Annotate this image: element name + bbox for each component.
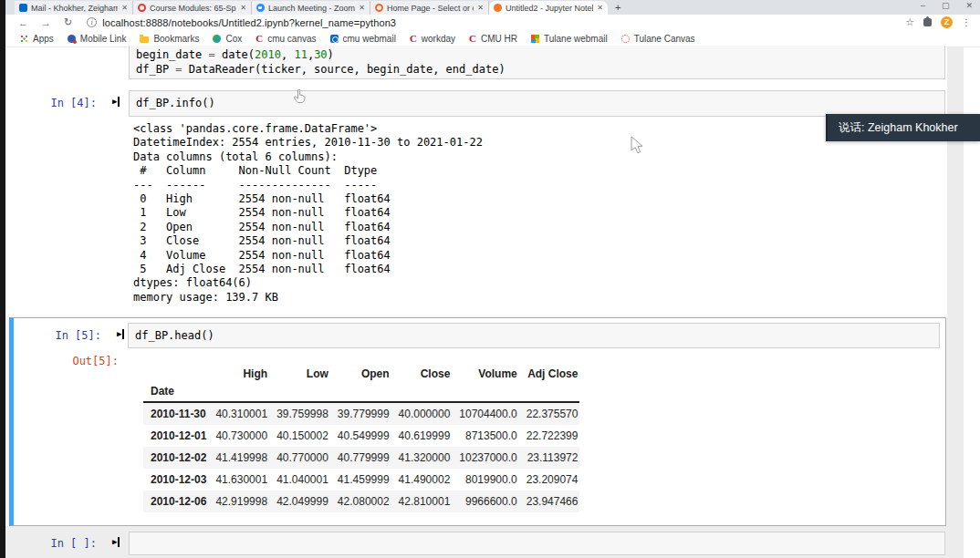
row-index: 2010-12-01 — [143, 425, 208, 447]
run-cell-icon[interactable]: ▶ — [112, 97, 120, 107]
bookmark-item[interactable]: Apps — [20, 34, 54, 44]
back-icon[interactable]: ← — [18, 17, 28, 28]
tab-title: Mail - Khokher, Zeigham - Outlo — [31, 4, 118, 13]
code-cell-empty[interactable] — [129, 532, 945, 555]
forward-icon[interactable]: → — [41, 17, 51, 28]
extensions-icon[interactable] — [923, 18, 932, 26]
red-c-icon: C — [410, 35, 417, 43]
table-row: 2010-12-0241.41999840.77000040.77999941.… — [143, 447, 579, 469]
cell-value: 39.759998 — [269, 402, 330, 425]
code-cell-top[interactable]: begin_date = date(2010, 11,30)df_BP = Da… — [129, 46, 945, 79]
bookmark-label: Mobile Link — [80, 34, 127, 44]
cell-value: 41.459999 — [330, 469, 391, 491]
cell-value: 40.000000 — [391, 402, 453, 425]
code-cell-5[interactable]: df_BP.head() — [128, 323, 940, 348]
bookmark-star-icon[interactable]: ☆ — [905, 16, 914, 28]
cell-value: 22.375570 — [519, 402, 580, 425]
bookmark-item[interactable]: Cworkday — [410, 34, 455, 44]
minimize-icon[interactable]: – — [921, 1, 925, 10]
bookmark-item[interactable]: Tulane Canvas — [621, 34, 695, 44]
column-header: Close — [391, 364, 453, 383]
cell-value: 23.947466 — [519, 491, 580, 512]
tab-close-icon[interactable]: ✕ — [597, 4, 603, 12]
new-tab-button[interactable]: + — [615, 1, 620, 15]
mobile-link-icon — [68, 35, 76, 43]
cell-value: 10237000.0 — [452, 447, 518, 469]
bookmark-item[interactable]: Tulane webmail — [531, 34, 608, 44]
bookmark-item[interactable]: Cox — [213, 34, 242, 44]
site-info-icon[interactable]: i — [87, 17, 97, 27]
bookmark-label: Cox — [225, 34, 242, 44]
address-bar: ← → ↻ i localhost:8888/notebooks/Untitle… — [5, 15, 980, 30]
cell-value: 42.810001 — [391, 491, 453, 512]
red-c-icon: C — [469, 35, 476, 43]
row-index: 2010-12-06 — [143, 491, 208, 512]
bookmark-label: workday — [422, 34, 455, 44]
bookmark-label: cmu webmail — [343, 34, 396, 44]
input-prompt-5: In [5]: — [10, 329, 101, 342]
cell-4-output: <class 'pandas.core.frame.DataFrame'> Da… — [133, 122, 483, 305]
tab-close-icon[interactable]: ✕ — [121, 4, 128, 12]
red-c-icon: C — [255, 35, 263, 43]
hand-cursor — [294, 89, 307, 105]
canvas-orange-favicon-icon — [375, 4, 383, 12]
window-controls: – ▢ ✕ — [921, 1, 973, 10]
apps-grid-icon — [20, 35, 28, 43]
bookmark-label: Bookmarks — [153, 34, 199, 44]
bookmark-label: Tulane Canvas — [634, 34, 695, 44]
tab-title: Home Page - Select or create a r — [387, 4, 474, 13]
tab-close-icon[interactable]: ✕ — [359, 4, 365, 12]
input-prompt-empty: In [ ]: — [5, 537, 97, 550]
bookmark-item[interactable]: Bookmarks — [140, 34, 199, 44]
outlook-small-icon — [330, 35, 339, 43]
browser-tab[interactable]: Launch Meeting - Zoom✕ — [252, 1, 370, 15]
bookmark-label: cmu canvas — [267, 34, 316, 44]
tabs-holder: Mail - Khokher, Zeigham - Outlo✕Course M… — [15, 1, 608, 15]
browser-tab[interactable]: Home Page - Select or create a r✕ — [370, 1, 489, 15]
outlook-favicon-icon — [19, 4, 27, 12]
code-text: df_BP.info() — [130, 91, 944, 116]
zoom-speaker-caption: 说话: Zeigham Khokher — [826, 114, 980, 141]
bookmark-label: CMU HR — [481, 34, 517, 44]
browser-tab[interactable]: Course Modules: 65-Sp21- Adv E✕ — [133, 1, 252, 15]
canvas-ring-icon — [621, 35, 630, 43]
bookmark-label: Apps — [33, 34, 54, 44]
tab-title: Launch Meeting - Zoom — [268, 4, 355, 13]
maximize-icon[interactable]: ▢ — [942, 1, 950, 10]
browser-tab[interactable]: Untitled2 - Jupyter Notebook✕ — [489, 1, 608, 15]
reload-icon[interactable]: ↻ — [64, 16, 72, 28]
code-line: df_BP = DataReader(ticker, source, begin… — [130, 62, 944, 77]
code-cell-4[interactable]: df_BP.info() — [129, 90, 945, 117]
tab-title: Untitled2 - Jupyter Notebook — [506, 4, 593, 13]
column-header: High — [208, 364, 269, 383]
cell-value: 39.779999 — [330, 402, 391, 425]
url-input[interactable]: localhost:8888/notebooks/Untitled2.ipynb… — [102, 17, 396, 28]
bookmark-item[interactable]: CCMU HR — [469, 34, 517, 44]
bookmark-item[interactable]: cmu webmail — [330, 34, 396, 44]
table-row: 2010-12-0642.91999842.04999942.08000242.… — [143, 491, 579, 512]
browser-tab[interactable]: Mail - Khokher, Zeigham - Outlo✕ — [15, 1, 133, 15]
cell-value: 8019900.0 — [452, 469, 518, 491]
table-row: 2010-11-3040.31000139.75999839.77999940.… — [143, 402, 579, 425]
run-cell-icon[interactable]: ▶ — [112, 537, 120, 547]
arrow-cursor — [631, 136, 645, 156]
tab-close-icon[interactable]: ✕ — [477, 4, 484, 12]
close-icon[interactable]: ✕ — [965, 1, 973, 10]
cox-icon — [213, 35, 221, 43]
cell-value: 41.320000 — [391, 447, 453, 469]
run-cell-icon[interactable]: ▶ — [117, 329, 124, 339]
profile-avatar[interactable]: Z — [941, 16, 953, 28]
jupyter-favicon-icon — [494, 4, 502, 12]
browser-tab-bar: Mail - Khokher, Zeigham - Outlo✕Course M… — [5, 0, 980, 15]
cell-value: 40.150002 — [269, 425, 330, 447]
bookmark-item[interactable]: Mobile Link — [68, 34, 127, 44]
tab-close-icon[interactable]: ✕ — [240, 4, 246, 12]
row-index: 2010-12-02 — [143, 447, 208, 469]
ms-grid-icon — [531, 35, 539, 43]
cell-value: 22.722399 — [519, 425, 580, 447]
bookmark-item[interactable]: Ccmu canvas — [255, 34, 316, 44]
row-index: 2010-12-03 — [143, 469, 208, 491]
chrome-menu-icon[interactable]: ⋮ — [962, 17, 971, 27]
column-header: Volume — [452, 364, 518, 383]
selected-cell[interactable]: In [5]: ▶ df_BP.head() Out[5]: HighLowOp… — [9, 317, 946, 526]
